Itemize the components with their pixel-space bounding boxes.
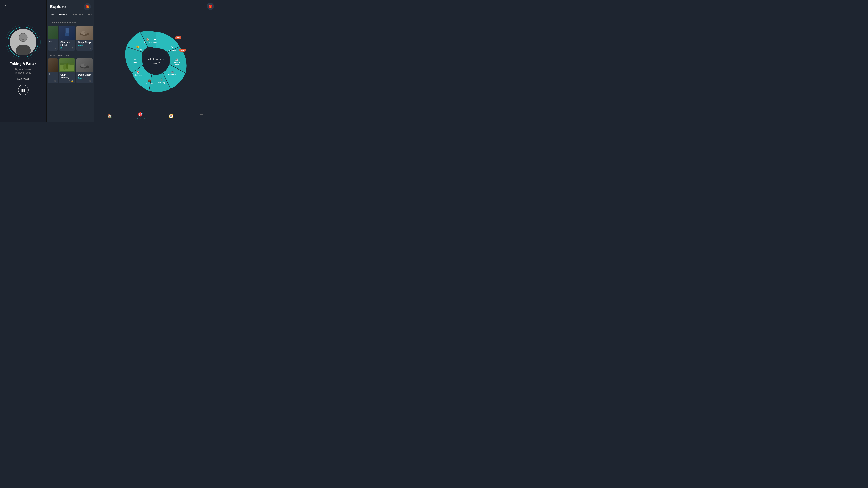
big-event-label: Big Event bbox=[134, 74, 142, 76]
card-sharpen-thumb bbox=[59, 26, 75, 40]
explore-title: Explore bbox=[50, 4, 66, 9]
sleep-label: Sleep bbox=[152, 41, 157, 43]
compass-icon: 🧭 bbox=[168, 113, 174, 118]
card-deep-sleep-2-free: Free bbox=[78, 77, 91, 79]
on-the-go-label: On The Go bbox=[135, 118, 145, 120]
avatar-ring bbox=[8, 27, 38, 57]
card-deep-sleep-2[interactable]: Deep Sleep Free ★ bbox=[76, 59, 93, 83]
right-gift-icon: 🎁 bbox=[209, 4, 212, 8]
card-calm-thumb bbox=[59, 59, 75, 72]
card-partial-star: ★ bbox=[54, 79, 56, 82]
gift-button[interactable]: 🎁 bbox=[84, 3, 91, 10]
nav-on-the-go[interactable]: 🎯 On The Go bbox=[134, 112, 146, 120]
svg-point-1 bbox=[19, 33, 28, 42]
card-calm-lock: 🔒 bbox=[71, 79, 74, 82]
svg-point-8 bbox=[84, 31, 87, 34]
right-panel: 🎁 free free bbox=[94, 0, 217, 122]
tab-bar: MEDITATIONS PODCAST TEACHERS bbox=[47, 10, 94, 17]
card-partial-thumb bbox=[48, 59, 58, 72]
track-title: Taking A Break bbox=[10, 62, 37, 66]
tab-podcast[interactable]: PODCAST bbox=[70, 12, 85, 17]
tough-day-icon-text: 😐 bbox=[136, 45, 140, 48]
svg-point-2 bbox=[16, 44, 31, 55]
card-deep-sleep-thumb bbox=[76, 26, 93, 40]
card-at-work-partial[interactable]: k ★ bbox=[48, 59, 58, 83]
sos-icon-text: ⚠ bbox=[134, 58, 136, 61]
recommended-section-title: Recommended For You bbox=[47, 22, 94, 26]
recommended-cards: ess ★ Sharpen Focus Free bbox=[47, 26, 94, 51]
menu-icon: ☰ bbox=[200, 113, 204, 118]
pause-icon: ▮▮ bbox=[21, 88, 25, 92]
popular-cards: k ★ Calm bbox=[47, 59, 94, 83]
card-sharpen-name: Sharpen Focus bbox=[60, 41, 74, 46]
close-button[interactable]: × bbox=[3, 3, 8, 8]
tab-teachers[interactable]: TEACHERS bbox=[86, 12, 94, 17]
right-top-bar: 🎁 bbox=[94, 0, 217, 12]
nav-compass[interactable]: 🧭 bbox=[165, 113, 177, 118]
nav-menu[interactable]: ☰ bbox=[196, 113, 208, 118]
svg-rect-5 bbox=[65, 33, 69, 36]
track-author: By Kate James Improve Focus bbox=[15, 68, 31, 75]
middle-panel: Explore 🎁 MEDITATIONS PODCAST TEACHERS R… bbox=[47, 0, 94, 122]
break-icon-text: ☕ bbox=[175, 58, 179, 61]
card-deep-sleep-2-star: ★ bbox=[89, 79, 91, 82]
card-partial-info: k bbox=[48, 72, 58, 79]
wheel-svg: 🛏 Sleep ⚙ Morning ☕ Taking A Break 🚌 Com… bbox=[124, 30, 187, 93]
commute-label: Commute bbox=[168, 74, 177, 76]
after-work-icon-text: 🏠 bbox=[146, 38, 149, 41]
card-sharpen-focus[interactable]: Sharpen Focus Free ★ bbox=[59, 26, 75, 51]
avatar bbox=[10, 29, 36, 55]
free-badge-break: free bbox=[179, 48, 186, 52]
bottom-nav: 🏠 🎯 On The Go 🧭 ☰ bbox=[94, 110, 217, 122]
big-event-icon-text: 📅 bbox=[136, 71, 140, 74]
card-stress-star: ★ bbox=[54, 47, 56, 50]
svg-point-11 bbox=[63, 64, 66, 69]
card-stress-info: ess bbox=[48, 39, 58, 47]
svg-point-3 bbox=[19, 33, 27, 41]
card-calm-anxiety[interactable]: Calm Anxiety 🔒 ★ bbox=[59, 59, 75, 83]
card-deep-sleep[interactable]: Deep Sleep Free ★ bbox=[76, 26, 93, 51]
content-scroll[interactable]: Recommended For You ess ★ bbox=[47, 17, 94, 122]
svg-point-12 bbox=[66, 63, 68, 69]
card-deep-sleep-star: ★ bbox=[89, 47, 91, 50]
track-time: 0:02 / 5:09 bbox=[17, 78, 29, 81]
walking-label: Walking bbox=[158, 82, 165, 84]
break-label: Taking A bbox=[173, 61, 180, 63]
card-calm-star: ★ bbox=[68, 79, 70, 82]
svg-rect-4 bbox=[65, 28, 69, 33]
card-stress-thumb bbox=[48, 26, 58, 39]
pause-button[interactable]: ▮▮ bbox=[18, 85, 29, 95]
home-icon: 🏠 bbox=[107, 113, 112, 118]
card-deep-sleep-2-name: Deep Sleep bbox=[78, 73, 91, 76]
wheel-container: free free bbox=[124, 30, 187, 93]
most-popular-title: MOST POPULAR bbox=[50, 54, 91, 57]
gift-icon: 🎁 bbox=[85, 5, 89, 9]
most-popular-section: MOST POPULAR bbox=[47, 53, 94, 59]
card-sharpen-star: ★ bbox=[71, 47, 74, 50]
nav-home[interactable]: 🏠 bbox=[104, 113, 116, 118]
center-hole bbox=[143, 48, 169, 75]
tab-meditations[interactable]: MEDITATIONS bbox=[50, 12, 69, 17]
card-partial-name: k bbox=[50, 73, 56, 75]
after-work-label: After Work bbox=[143, 41, 152, 43]
card-stress[interactable]: ess ★ bbox=[48, 26, 58, 51]
explore-header: Explore 🎁 bbox=[47, 0, 94, 10]
svg-point-15 bbox=[84, 64, 87, 66]
break-label2: Break bbox=[174, 63, 179, 65]
wheel-area: free free bbox=[94, 12, 217, 110]
sos-label: SOS bbox=[133, 61, 137, 63]
at-work-label: At Work bbox=[146, 82, 153, 84]
card-deep-sleep-name: Deep Sleep bbox=[78, 41, 91, 43]
free-badge-morning: free bbox=[175, 36, 181, 39]
card-calm-name: Calm Anxiety bbox=[60, 73, 74, 79]
card-deep-sleep-free: Free bbox=[78, 44, 91, 47]
right-gift-button[interactable]: 🎁 bbox=[207, 3, 214, 10]
svg-point-0 bbox=[10, 29, 36, 55]
target-icon: 🎯 bbox=[138, 112, 143, 117]
card-stress-name: ess bbox=[50, 40, 56, 42]
walking-icon-text: 🚶 bbox=[160, 78, 163, 82]
left-panel: × Taking A Break By Kate James Improve F… bbox=[0, 0, 46, 122]
card-deep-sleep-2-thumb bbox=[76, 59, 93, 72]
commute-icon-text: 🚌 bbox=[171, 70, 174, 74]
morning-icon-text: ⚙ bbox=[171, 45, 174, 48]
